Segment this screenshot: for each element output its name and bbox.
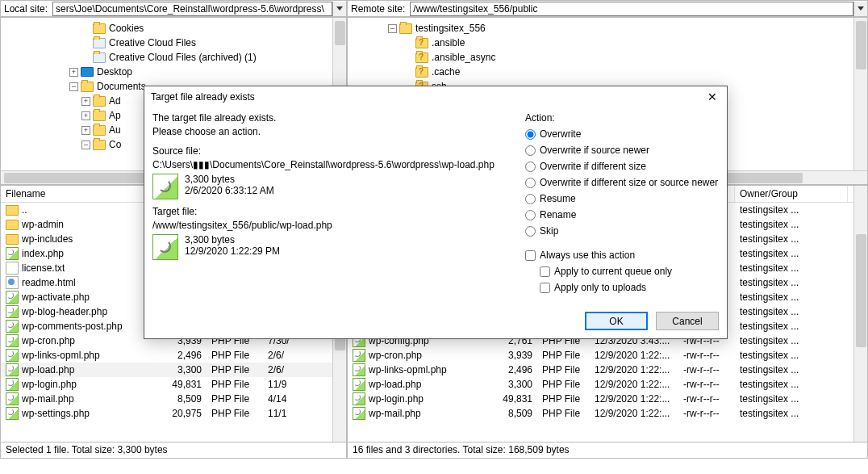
file-size: 8,509 — [162, 393, 207, 405]
action-radio-1[interactable] — [525, 145, 536, 156]
php-icon — [353, 363, 365, 376]
tree-item-label: Au — [109, 124, 121, 136]
folder-icon — [93, 125, 106, 136]
folder-icon — [6, 220, 19, 230]
uploads-label: Apply only to uploads — [554, 282, 646, 293]
file-name: wp-cron.php — [369, 350, 422, 361]
expander-icon[interactable]: + — [81, 126, 90, 135]
cancel-button[interactable]: Cancel — [656, 312, 719, 330]
local-path-dropdown[interactable] — [332, 2, 346, 16]
file-row[interactable]: wp-mail.php8,509PHP File4/14 — [1, 392, 346, 406]
file-size: 20,975 — [162, 408, 207, 419]
php-icon — [353, 378, 365, 391]
file-date: 12/9/2020 1:22:... — [590, 379, 678, 390]
folder-icon — [93, 111, 106, 121]
action-radio-6[interactable] — [525, 226, 536, 237]
php-icon — [6, 349, 19, 362]
expander-icon[interactable]: + — [69, 68, 78, 77]
folder-icon — [6, 234, 19, 245]
expander-icon[interactable]: + — [81, 111, 90, 120]
action-radio-2[interactable] — [525, 161, 536, 172]
tree-item[interactable]: .ansible — [364, 36, 867, 50]
tree-item[interactable]: Creative Cloud Files — [33, 36, 346, 50]
dialog-title: Target file already exists — [144, 86, 727, 107]
tree-item-label: Co — [109, 139, 121, 150]
folder-icon — [399, 23, 412, 34]
file-owner: testingsitex ... — [735, 262, 848, 274]
file-name: index.php — [22, 248, 64, 259]
source-file-label: Source file: — [152, 145, 517, 157]
local-path-input[interactable] — [52, 2, 332, 16]
file-name: .. — [22, 204, 27, 216]
target-file-path: /www/testingsitex_556/public/wp-load.php — [152, 220, 517, 231]
always-checkbox[interactable] — [525, 250, 536, 261]
file-row[interactable]: wp-load.php3,300PHP File2/6/ — [1, 363, 346, 377]
remote-tree-vscroll[interactable] — [853, 18, 867, 170]
always-label: Always use this action — [540, 250, 635, 261]
source-file-size: 3,300 bytes — [185, 174, 274, 185]
php-icon — [353, 349, 365, 362]
tree-item[interactable]: +Desktop — [33, 65, 346, 79]
folder-icon — [81, 82, 94, 92]
html-icon — [6, 276, 19, 289]
tree-item[interactable]: Cookies — [33, 21, 346, 36]
file-date: 4/14 — [263, 393, 311, 405]
queue-checkbox[interactable] — [540, 266, 550, 277]
uploads-checkbox[interactable] — [540, 283, 550, 293]
remote-col-owner[interactable]: Owner/Group — [735, 186, 848, 202]
file-type: PHP File — [207, 393, 263, 405]
file-owner: testingsitex ... — [735, 306, 848, 317]
file-date: 12/9/2020 1:22:... — [590, 364, 678, 375]
action-radio-5[interactable] — [525, 210, 536, 220]
dialog-close-button[interactable]: ✕ — [701, 89, 724, 105]
action-radio-label: Overwrite — [540, 128, 581, 140]
remote-path-input[interactable] — [410, 2, 853, 16]
local-col-filename[interactable]: Filename — [1, 186, 162, 202]
tree-item[interactable]: –testingsitex_556 — [364, 21, 867, 36]
file-owner: testingsitex ... — [735, 233, 848, 245]
expander-icon[interactable]: – — [388, 24, 397, 33]
file-row[interactable]: wp-login.php49,831PHP File12/9/2020 1:22… — [348, 392, 867, 406]
file-row[interactable]: wp-load.php3,300PHP File12/9/2020 1:22:.… — [348, 377, 867, 392]
tree-item[interactable]: Creative Cloud Files (archived) (1) — [33, 50, 346, 65]
txt-icon — [6, 262, 19, 275]
expander-icon[interactable]: + — [81, 97, 90, 106]
php-icon — [6, 363, 19, 376]
remote-list-vscroll[interactable] — [853, 186, 867, 442]
file-row[interactable]: wp-settings.php20,975PHP File11/1 — [1, 406, 346, 421]
file-row[interactable]: wp-mail.php8,509PHP File12/9/2020 1:22:.… — [348, 406, 867, 421]
tree-item[interactable]: .cache — [364, 65, 867, 79]
expander-icon[interactable]: – — [81, 141, 90, 149]
file-row[interactable]: wp-cron.php3,939PHP File12/9/2020 1:22:.… — [348, 348, 867, 363]
php-icon — [6, 378, 19, 391]
file-row[interactable]: wp-links-opml.php2,496PHP File12/9/2020 … — [348, 363, 867, 377]
up-icon — [6, 205, 19, 216]
file-row[interactable]: wp-login.php49,831PHP File11/9 — [1, 377, 346, 392]
tree-item-label: .ansible_async — [432, 52, 495, 63]
file-date: 2/6/ — [263, 364, 311, 375]
action-radio-4[interactable] — [525, 194, 536, 204]
file-type: PHP File — [537, 364, 590, 375]
remote-path-dropdown[interactable] — [853, 2, 867, 16]
expander-icon[interactable]: – — [69, 82, 78, 91]
file-type: PHP File — [537, 408, 590, 419]
file-date: 11/1 — [263, 408, 311, 419]
php-icon — [353, 407, 365, 420]
target-file-icon — [152, 234, 178, 260]
action-radio-0[interactable] — [525, 129, 536, 140]
action-radio-3[interactable] — [525, 178, 536, 188]
q-icon — [415, 52, 428, 63]
file-size: 49,831 — [162, 379, 207, 390]
file-type: PHP File — [537, 379, 590, 390]
file-type: PHP File — [207, 379, 263, 390]
tree-item[interactable]: .ansible_async — [364, 50, 867, 65]
file-row[interactable]: wp-links-opml.php2,496PHP File2/6/ — [1, 348, 346, 363]
file-size: 49,831 — [493, 393, 537, 405]
source-file-path: C:\Users\▮▮▮\Documents\Core_Reinstall\wo… — [152, 159, 517, 170]
ok-button[interactable]: OK — [585, 312, 648, 330]
file-name: wp-mail.php — [22, 393, 74, 405]
file-name: wp-admin — [22, 219, 64, 230]
file-date: 2/6/ — [263, 350, 311, 361]
file-type: PHP File — [537, 350, 590, 361]
file-perm: -rw-r--r-- — [678, 408, 735, 419]
